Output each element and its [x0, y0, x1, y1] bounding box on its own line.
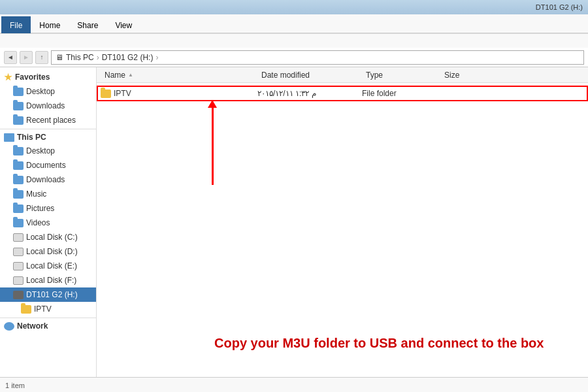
folder-icon	[13, 147, 24, 155]
disk-icon-c	[13, 233, 24, 242]
folder-icon	[13, 219, 24, 227]
tab-view[interactable]: View	[106, 16, 140, 33]
content-area: Name ▲ Date modified Type Size IPTV ۲۰	[97, 67, 588, 377]
col-header-size[interactable]: Size	[439, 67, 491, 82]
col-header-type[interactable]: Type	[361, 67, 439, 82]
ribbon: File Home Share View	[0, 14, 588, 33]
folder-icon	[13, 161, 24, 170]
path-dt101[interactable]: DT101 G2 (H:)	[102, 53, 154, 62]
sidebar-item-local-c[interactable]: Local Disk (C:)	[0, 230, 96, 244]
star-icon: ★	[4, 72, 12, 82]
folder-icon-iptv-main	[101, 90, 111, 98]
forward-button[interactable]: ►	[20, 51, 33, 64]
instruction-text: Copy your M3U folder to USB and connect …	[214, 336, 544, 351]
disk-icon-f	[13, 276, 24, 285]
window-title: DT101 G2 (H:)	[536, 3, 583, 11]
sidebar-item-downloads[interactable]: Downloads	[0, 99, 96, 113]
folder-icon	[13, 88, 24, 96]
col-header-name[interactable]: Name ▲	[99, 67, 256, 82]
back-button[interactable]: ◄	[4, 51, 17, 64]
title-bar: DT101 G2 (H:)	[0, 0, 588, 14]
ribbon-toolbar	[0, 33, 588, 48]
usb-icon	[13, 291, 24, 299]
folder-icon	[13, 176, 24, 184]
sidebar-item-dt101[interactable]: DT101 G2 (H:)	[0, 287, 96, 302]
folder-icon	[13, 116, 24, 125]
sidebar-network-header[interactable]: Network	[0, 319, 96, 333]
file-list: IPTV ۲۰۱۵/۱۲/۱۱ م ۱:۳۲ File folder	[97, 83, 588, 104]
sidebar-favorites-header[interactable]: ★ Favorites	[0, 70, 96, 84]
address-path[interactable]: 🖥 This PC › DT101 G2 (H:) ›	[51, 50, 584, 65]
sidebar-item-local-e[interactable]: Local Disk (E:)	[0, 259, 96, 273]
folder-icon	[13, 204, 24, 213]
sidebar-item-recent-places[interactable]: Recent places	[0, 113, 96, 127]
network-icon	[4, 322, 14, 331]
sidebar-item-pictures[interactable]: Pictures	[0, 201, 96, 216]
sidebar-item-downloads2[interactable]: Downloads	[0, 172, 96, 187]
disk-icon-e	[13, 262, 24, 270]
sidebar-item-music[interactable]: Music	[0, 187, 96, 201]
up-button[interactable]: ↑	[35, 51, 48, 64]
sidebar-thispc-header[interactable]: This PC	[0, 131, 96, 144]
main-area: ★ Favorites Desktop Downloads Recent pla…	[0, 67, 588, 377]
tab-share[interactable]: Share	[69, 16, 106, 33]
path-this-pc[interactable]: This PC	[66, 53, 94, 62]
sidebar-item-desktop[interactable]: Desktop	[0, 84, 96, 99]
tab-home[interactable]: Home	[31, 16, 69, 33]
status-text: 1 item	[5, 382, 25, 389]
sidebar: ★ Favorites Desktop Downloads Recent pla…	[0, 67, 97, 377]
sidebar-item-iptv[interactable]: IPTV	[0, 302, 96, 316]
folder-icon	[13, 102, 24, 110]
sidebar-item-local-f[interactable]: Local Disk (F:)	[0, 273, 96, 287]
status-bar: 1 item	[0, 377, 588, 392]
sidebar-item-videos[interactable]: Videos	[0, 216, 96, 230]
sidebar-item-desktop2[interactable]: Desktop	[0, 144, 96, 158]
disk-icon-d	[13, 248, 24, 256]
computer-icon: 🖥	[56, 53, 63, 62]
tab-file[interactable]: File	[1, 16, 31, 33]
arrow-up	[212, 106, 214, 185]
pc-icon	[4, 133, 14, 142]
column-headers: Name ▲ Date modified Type Size	[97, 67, 588, 83]
folder-icon	[13, 190, 24, 199]
folder-icon-iptv	[21, 305, 31, 314]
sidebar-item-documents[interactable]: Documents	[0, 158, 96, 172]
table-row[interactable]: IPTV ۲۰۱۵/۱۲/۱۱ م ۱:۳۲ File folder	[97, 86, 588, 101]
col-header-date[interactable]: Date modified	[256, 67, 361, 82]
address-bar: ◄ ► ↑ 🖥 This PC › DT101 G2 (H:) ›	[0, 48, 588, 67]
sidebar-item-local-d[interactable]: Local Disk (D:)	[0, 244, 96, 259]
